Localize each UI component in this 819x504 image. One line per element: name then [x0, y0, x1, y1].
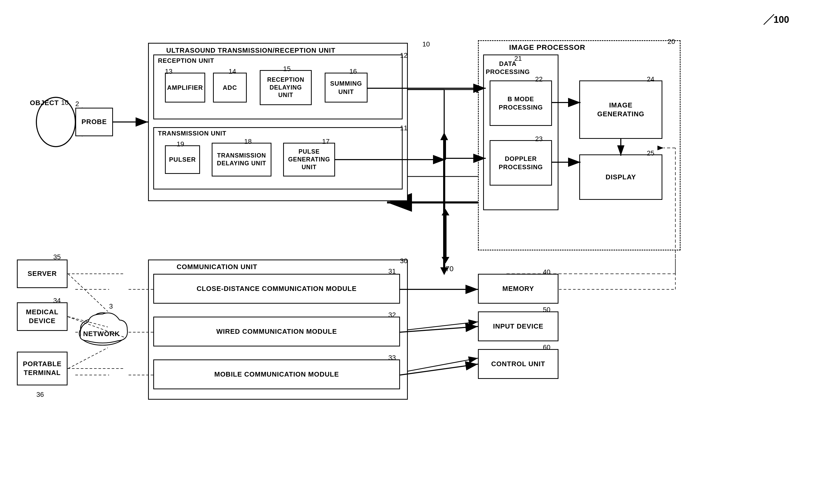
ultrasound-unit-ref: 10 [422, 40, 430, 48]
summing-unit-ref: 16 [349, 67, 357, 76]
svg-marker-63 [442, 209, 449, 215]
communication-unit-ref: 30 [400, 257, 408, 265]
reception-delaying-box: RECEPTIONDELAYINGUNIT [260, 70, 312, 105]
display-ref: 25 [647, 149, 654, 157]
probe-box: PROBE [75, 108, 113, 136]
pulse-generating-box: PULSEGENERATINGUNIT [283, 143, 335, 176]
control-unit-ref: 60 [543, 343, 550, 351]
network-ref: 3 [109, 302, 113, 310]
svg-marker-64 [442, 257, 449, 263]
mobile-comm-box: MOBILE COMMUNICATION MODULE [153, 359, 400, 389]
probe-ref: 2 [75, 100, 79, 108]
adc-ref: 14 [229, 67, 236, 76]
network-label: NETWORK [83, 330, 120, 338]
ultrasound-unit-label: ULTRASOUND TRANSMISSION/RECEPTION UNIT [166, 46, 335, 55]
image-processor-ref: 20 [668, 38, 675, 46]
svg-line-89 [68, 348, 108, 369]
input-device-ref: 50 [543, 306, 550, 314]
amplifier-ref: 13 [165, 67, 172, 76]
object-label: OBJECT [30, 99, 59, 107]
b-mode-box: B MODEPROCESSING [490, 80, 552, 126]
close-distance-box: CLOSE-DISTANCE COMMUNICATION MODULE [153, 274, 400, 304]
image-processor-label: IMAGE PROCESSOR [509, 43, 585, 52]
object-ref: 10 [61, 99, 69, 107]
pulser-ref: 19 [176, 140, 184, 148]
control-unit-box: CONTROL UNIT [478, 349, 558, 379]
wired-comm-ref: 32 [388, 311, 396, 319]
portable-terminal-box: PORTABLETERMINAL [17, 352, 67, 385]
doppler-ref: 23 [535, 135, 543, 143]
adc-box: ADC [213, 73, 247, 103]
mobile-comm-ref: 33 [388, 354, 396, 362]
data-processing-label: DATAPROCESSING [486, 60, 530, 76]
svg-line-53 [764, 14, 774, 25]
connection-lines [0, 0, 819, 504]
display-box: DISPLAY [579, 154, 662, 200]
doppler-box: DOPPLERPROCESSING [490, 140, 552, 186]
transmission-delaying-box: TRANSMISSIONDELAYING UNIT [212, 143, 272, 176]
summing-unit-box: SUMMINGUNIT [325, 73, 368, 103]
memory-ref: 40 [543, 268, 550, 276]
server-ref: 35 [53, 253, 61, 261]
reception-delaying-ref: 15 [283, 65, 291, 73]
reception-unit-ref: 12 [400, 51, 408, 59]
data-processing-box [483, 55, 558, 210]
wired-comm-box: WIRED COMMUNICATION MODULE [153, 317, 400, 346]
pulser-box: PULSER [165, 145, 200, 174]
network-cloud [77, 302, 128, 348]
vertical-arrow [436, 208, 455, 265]
communication-unit-label: COMMUNICATION UNIT [176, 263, 258, 271]
transmission-unit-label: TRANSMISSION UNIT [158, 129, 227, 137]
figure-number: 100 [774, 14, 789, 25]
image-generating-ref: 24 [647, 75, 654, 83]
medical-device-box: MEDICALDEVICE [17, 302, 67, 331]
b-mode-ref: 22 [535, 75, 543, 83]
memory-box: MEMORY [478, 274, 558, 304]
reception-unit-label: RECEPTION UNIT [158, 57, 214, 65]
diagram: 100 OBJECT 10 PROBE 2 ULTRASOUND TRANSMI… [0, 0, 819, 504]
input-device-box: INPUT DEVICE [478, 311, 558, 341]
svg-line-76 [400, 326, 478, 332]
pulse-generating-ref: 17 [322, 138, 330, 146]
data-processing-ref: 21 [514, 55, 522, 63]
extra-lines [0, 0, 819, 504]
amplifier-box: AMPLIFIER [165, 73, 205, 103]
transmission-unit-ref: 11 [400, 124, 408, 132]
server-box: SERVER [17, 260, 67, 288]
image-generating-box: IMAGEGENERATING [579, 80, 662, 139]
svg-marker-31 [440, 132, 448, 140]
medical-device-ref: 34 [53, 297, 61, 305]
portable-terminal-ref: 36 [36, 391, 44, 399]
close-distance-ref: 31 [388, 267, 396, 275]
svg-line-77 [400, 364, 478, 375]
vertical-arrow-ref: 70 [445, 265, 453, 273]
transmission-delaying-ref: 18 [244, 138, 252, 146]
